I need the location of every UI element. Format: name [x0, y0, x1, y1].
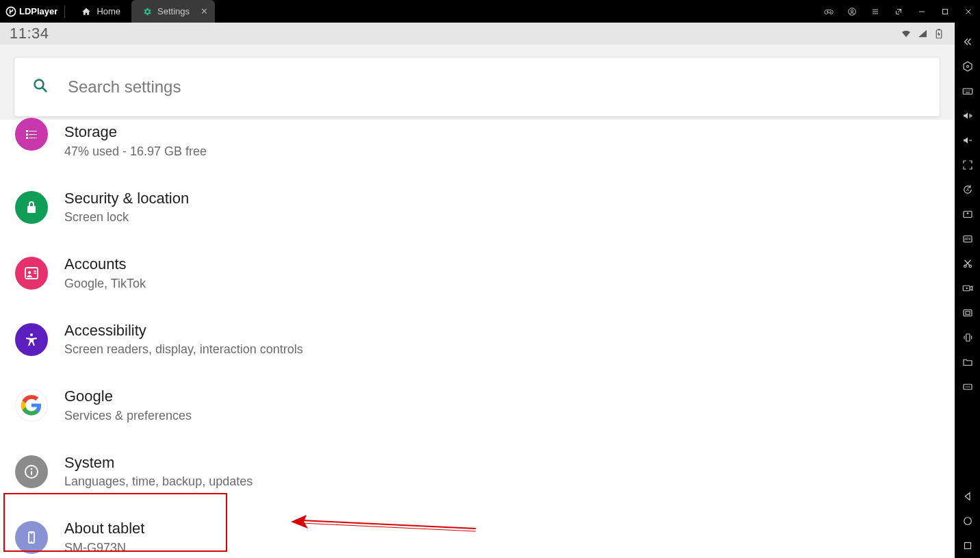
svg-point-17 [966, 386, 967, 388]
toolbar-record-button[interactable] [955, 276, 980, 301]
settings-item-subtitle: Languages, time, backup, updates [64, 474, 253, 489]
toolbar-volume-up-button[interactable] [955, 103, 980, 128]
tab-settings[interactable]: Settings ✕ [131, 0, 215, 23]
record-video-icon [962, 282, 974, 294]
svg-point-18 [967, 386, 968, 388]
android-recent-button[interactable] [955, 533, 980, 558]
settings-item-subtitle: 47% used - 16.97 GB free [64, 144, 207, 159]
google-icon [15, 389, 48, 422]
emulator-toolbar: A APK [955, 23, 980, 558]
settings-item-subtitle: Screen readers, display, interaction con… [64, 342, 303, 357]
svg-point-4 [966, 66, 968, 68]
apk-icon: APK [962, 233, 974, 245]
accessibility-icon [15, 323, 48, 356]
settings-list: Storage 47% used - 16.97 GB free Securit… [0, 120, 955, 558]
toolbar-settings-button[interactable] [955, 54, 980, 79]
double-chevron-left-icon [962, 36, 974, 48]
battery-icon [933, 28, 945, 39]
search-settings-field[interactable]: Search settings [14, 57, 940, 117]
settings-item-subtitle: Google, TikTok [64, 277, 146, 291]
toolbar-screenshot-button[interactable] [955, 301, 980, 325]
settings-item-title: About tablet [64, 519, 144, 538]
ldplayer-logo-icon [5, 6, 16, 17]
settings-item-title: Accessibility [64, 321, 303, 340]
storage-icon [15, 118, 48, 151]
svg-point-10 [964, 265, 966, 267]
search-placeholder: Search settings [68, 77, 181, 97]
screenshot-frame-icon [962, 307, 974, 319]
multiwindow-icon [962, 208, 974, 220]
toolbar-collapse-button[interactable] [955, 29, 980, 54]
toolbar-cut-button[interactable] [955, 251, 980, 276]
svg-point-19 [968, 386, 970, 388]
settings-item-subtitle: SM-G973N [64, 541, 144, 555]
titlebar-divider [64, 5, 65, 18]
svg-point-32 [31, 541, 32, 542]
svg-point-20 [964, 518, 971, 525]
sync-icon: A [962, 183, 974, 196]
keyboard-icon [962, 85, 974, 97]
gamepad-icon [824, 7, 834, 16]
android-home-button[interactable] [955, 509, 980, 533]
gamepad-button[interactable] [817, 0, 840, 23]
settings-item-title: System [64, 453, 253, 472]
popout-button[interactable] [887, 0, 910, 23]
svg-rect-23 [938, 29, 940, 30]
maximize-icon [940, 7, 950, 16]
accounts-icon [15, 257, 48, 290]
tab-settings-label: Settings [157, 6, 190, 16]
lock-icon [15, 191, 48, 224]
square-recent-icon [962, 540, 974, 552]
svg-text:APK: APK [964, 238, 971, 241]
app-titlebar: LDPlayer Home Settings ✕ [0, 0, 980, 23]
toolbar-apk-button[interactable]: APK [955, 227, 980, 251]
settings-item-subtitle: Services & preferences [64, 409, 192, 423]
account-button[interactable] [840, 0, 864, 23]
close-tab-button[interactable]: ✕ [201, 6, 208, 16]
settings-item-system[interactable]: System Languages, time, backup, updates [0, 438, 955, 505]
minimize-button[interactable] [910, 0, 933, 23]
settings-item-title: Google [64, 387, 192, 406]
toolbar-more-button[interactable] [955, 375, 980, 399]
toolbar-folder-button[interactable] [955, 350, 980, 375]
toolbar-volume-down-button[interactable] [955, 128, 980, 153]
settings-gear-icon [142, 7, 152, 16]
svg-rect-15 [966, 334, 969, 342]
settings-item-storage[interactable]: Storage 47% used - 16.97 GB free [0, 120, 955, 174]
tab-home-label: Home [96, 6, 120, 16]
shake-phone-icon [962, 331, 974, 344]
settings-item-title: Security & location [64, 189, 189, 208]
svg-point-11 [969, 265, 971, 267]
svg-point-29 [31, 468, 33, 470]
settings-item-security[interactable]: Security & location Screen lock [0, 174, 955, 240]
svg-point-26 [28, 271, 31, 274]
scissors-icon [962, 257, 974, 270]
toolbar-fullscreen-button[interactable] [955, 153, 980, 177]
maximize-button[interactable] [933, 0, 957, 23]
window-controls [817, 0, 980, 23]
volume-up-icon [962, 110, 974, 122]
info-icon [15, 455, 48, 488]
menu-button[interactable] [864, 0, 887, 23]
toolbar-multiwindow-button[interactable] [955, 202, 980, 227]
tablet-icon [15, 521, 48, 554]
menu-icon [871, 7, 880, 16]
settings-item-google[interactable]: Google Services & preferences [0, 372, 955, 438]
settings-item-accounts[interactable]: Accounts Google, TikTok [0, 240, 955, 306]
svg-rect-13 [964, 310, 972, 316]
android-back-button[interactable] [955, 484, 980, 509]
settings-item-about-tablet[interactable]: About tablet SM-G973N [0, 504, 955, 558]
settings-item-subtitle: Screen lock [64, 210, 189, 225]
svg-point-2 [851, 10, 853, 12]
status-time: 11:34 [10, 25, 49, 42]
toolbar-sync-button[interactable]: A [955, 177, 980, 202]
toolbar-keyboard-button[interactable] [955, 79, 980, 103]
toolbar-shake-button[interactable] [955, 325, 980, 350]
fullscreen-icon [962, 159, 974, 171]
close-window-button[interactable] [957, 0, 980, 23]
close-icon [964, 7, 973, 16]
settings-item-accessibility[interactable]: Accessibility Screen readers, display, i… [0, 306, 955, 372]
tab-home[interactable]: Home [70, 0, 131, 23]
app-name-label: LDPlayer [19, 6, 57, 16]
svg-text:A: A [966, 188, 968, 192]
